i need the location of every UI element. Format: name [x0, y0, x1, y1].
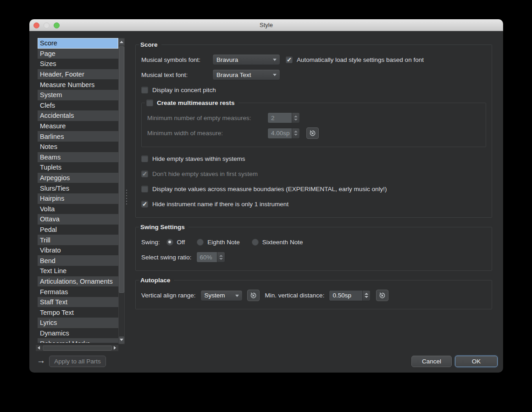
musical-text-font-row: Musical text font: Bravura Text [141, 69, 486, 80]
chevron-down-icon [235, 295, 239, 297]
splitter-handle[interactable] [125, 190, 128, 204]
titlebar[interactable]: Style [29, 19, 503, 31]
musical-symbols-font-row: Musical symbols font: Bravura Automatica… [141, 54, 486, 65]
vertical-scrollbar[interactable] [118, 38, 125, 344]
horizontal-scrollbar[interactable] [36, 345, 118, 351]
sidebar-item-accidentals[interactable]: Accidentals [38, 110, 118, 121]
sidebar-item-vibrato[interactable]: Vibrato [38, 245, 118, 256]
reset-icon[interactable] [376, 290, 388, 301]
score-group: Score Musical symbols font: Bravura Auto… [135, 41, 492, 218]
create-multimeasure-rests-checkbox[interactable] [146, 99, 153, 106]
sidebar-item-rehearsal-marks[interactable]: Rehearsal Marks [38, 338, 118, 343]
radio-icon[interactable] [166, 239, 173, 246]
sidebar-item-header-footer[interactable]: Header, Footer [38, 69, 118, 80]
horizontal-scrollbar-thumb[interactable] [43, 346, 112, 351]
sidebar-item-notes[interactable]: Notes [38, 142, 118, 152]
min-empty-measures-row: Minimum number of empty measures: 2 [147, 112, 480, 123]
sidebar-item-sizes[interactable]: Sizes [38, 59, 118, 69]
radio-label: Eighth Note [207, 239, 240, 246]
min-empty-measures-label: Minimum number of empty measures: [147, 115, 267, 121]
radio-option-sixteenth-note[interactable]: Sixteenth Note [252, 239, 303, 246]
apply-to-all-parts-button[interactable]: Apply to all Parts [49, 356, 106, 367]
sidebar-item-articulations-ornaments[interactable]: Articulations, Ornaments [38, 276, 118, 287]
checkbox-label: Display note values across measure bound… [152, 186, 387, 192]
auto-load-style-label: Automatically load style settings based … [297, 56, 424, 63]
swing-label: Swing: [141, 239, 160, 246]
spinner-arrows[interactable] [217, 252, 225, 262]
ok-button[interactable]: OK [455, 356, 498, 367]
min-vertical-distance-value: 0.50sp [329, 291, 362, 301]
checkbox[interactable] [141, 170, 148, 177]
sidebar-item-ottava[interactable]: Ottava [38, 214, 118, 225]
swing-ratio-spinner[interactable]: 60% [196, 252, 225, 263]
spinner-arrows[interactable] [362, 291, 370, 301]
sidebar-item-volta[interactable]: Volta [38, 204, 118, 214]
radio-option-eighth-note[interactable]: Eighth Note [197, 239, 240, 246]
sidebar-item-pedal[interactable]: Pedal [38, 225, 118, 235]
radio-icon[interactable] [197, 239, 204, 246]
sidebar-item-tempo-text[interactable]: Tempo Text [38, 307, 118, 318]
spinner-arrows[interactable] [292, 113, 299, 123]
checkbox[interactable] [141, 155, 148, 162]
scroll-down-button[interactable] [119, 336, 124, 344]
sidebar-item-hairpins[interactable]: Hairpins [38, 193, 118, 204]
score-checkbox-list: Hide empty staves within systemsDon't hi… [141, 153, 486, 209]
concert-pitch-label: Display in concert pitch [152, 87, 216, 93]
checkbox[interactable] [141, 186, 148, 192]
sidebar-item-slurs-ties[interactable]: Slurs/Ties [38, 183, 118, 193]
spinner-arrows[interactable] [292, 128, 299, 138]
min-vertical-distance-spinner[interactable]: 0.50sp [329, 290, 371, 301]
min-measure-width-row: Minimum width of measure: 4.00sp [147, 127, 480, 139]
musical-text-font-select[interactable]: Bravura Text [212, 69, 280, 80]
style-dialog: Style ScorePageSizesHeader, FooterMeasur… [29, 19, 503, 373]
sidebar-item-bend[interactable]: Bend [38, 255, 118, 266]
arrow-right-icon: → [37, 356, 45, 366]
min-empty-measures-value: 2 [268, 113, 292, 123]
min-empty-measures-spinner[interactable]: 2 [267, 112, 300, 123]
sidebar-item-tuplets[interactable]: Tuplets [38, 162, 118, 173]
musical-symbols-font-label: Musical symbols font: [141, 56, 212, 63]
radio-option-off[interactable]: Off [166, 239, 185, 246]
sidebar-item-system[interactable]: System [38, 90, 118, 100]
checkbox-row: Don't hide empty staves in first system [141, 168, 486, 179]
sidebar-item-beams[interactable]: Beams [38, 152, 118, 163]
style-category-list[interactable]: ScorePageSizesHeader, FooterMeasure Numb… [38, 38, 118, 343]
sidebar-item-text-line[interactable]: Text Line [38, 266, 118, 276]
radio-icon[interactable] [252, 239, 259, 246]
sidebar-item-score[interactable]: Score [38, 38, 118, 49]
sidebar-item-measure-numbers[interactable]: Measure Numbers [38, 79, 118, 90]
sidebar-item-barlines[interactable]: Barlines [38, 131, 118, 142]
vertical-align-range-label: Vertical align range: [141, 292, 196, 299]
swing-ratio-label: Select swing ratio: [141, 254, 192, 261]
sidebar-item-fermatas[interactable]: Fermatas [38, 286, 118, 297]
sidebar-item-trill[interactable]: Trill [38, 235, 118, 245]
scroll-left-button[interactable] [36, 346, 42, 351]
cancel-button[interactable]: Cancel [411, 356, 452, 367]
vertical-align-range-select[interactable]: System [200, 290, 243, 301]
sidebar-item-measure[interactable]: Measure [38, 121, 118, 132]
sidebar-item-page[interactable]: Page [38, 49, 118, 59]
sidebar-item-lyrics[interactable]: Lyrics [38, 318, 118, 328]
sidebar-item-clefs[interactable]: Clefs [38, 100, 118, 111]
vertical-scrollbar-thumb[interactable] [119, 46, 124, 293]
min-measure-width-spinner[interactable]: 4.00sp [267, 128, 300, 139]
min-measure-width-label: Minimum width of measure: [147, 130, 267, 137]
autoplace-group: Autoplace Vertical align range: System [135, 277, 492, 309]
autoplace-row: Vertical align range: System Min. vertic… [141, 290, 486, 301]
reset-icon[interactable] [306, 127, 319, 139]
reset-icon[interactable] [247, 290, 260, 301]
window-title: Style [29, 19, 503, 31]
musical-symbols-font-select[interactable]: Bravura [212, 54, 280, 65]
sidebar-item-arpeggios[interactable]: Arpeggios [38, 173, 118, 183]
min-vertical-distance-label: Min. vertical distance: [265, 292, 325, 299]
score-group-title: Score [139, 41, 161, 48]
swing-ratio-row: Select swing ratio: 60% [141, 252, 486, 263]
checkbox[interactable] [141, 201, 148, 208]
sidebar-item-dynamics[interactable]: Dynamics [38, 328, 118, 339]
sidebar-item-staff-text[interactable]: Staff Text [38, 297, 118, 308]
scroll-right-button[interactable] [112, 346, 118, 351]
concert-pitch-checkbox[interactable] [141, 87, 148, 93]
musical-text-font-value: Bravura Text [216, 71, 251, 78]
scroll-up-button[interactable] [119, 38, 124, 46]
auto-load-style-checkbox[interactable] [286, 56, 293, 63]
